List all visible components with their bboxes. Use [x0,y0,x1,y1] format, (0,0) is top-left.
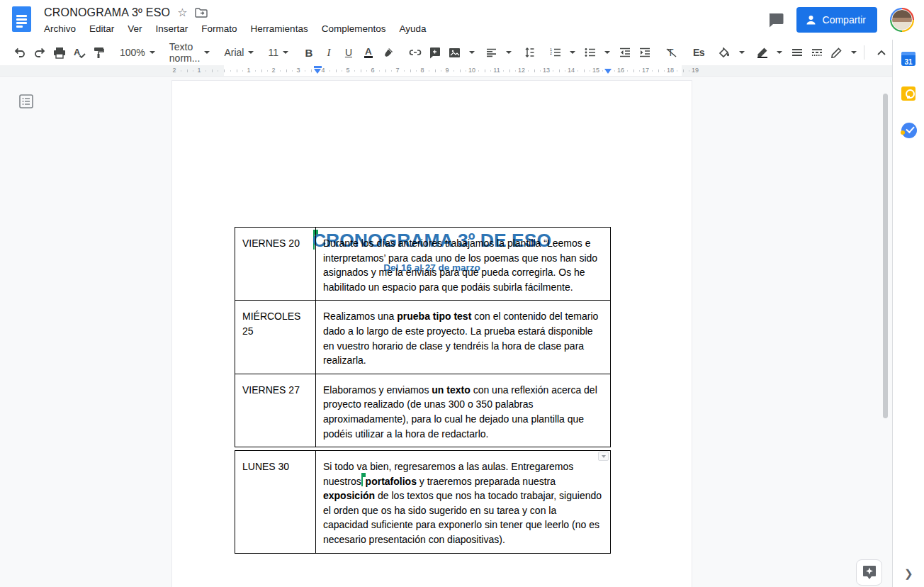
side-panel: 31 ❯ [892,40,924,587]
decrease-indent-button[interactable] [616,43,634,62]
menu-ayuda[interactable]: Ayuda [399,23,426,34]
font-size-select[interactable]: 11 [264,43,292,62]
menu-formato[interactable]: Formato [201,23,237,34]
input-tools-button[interactable]: Es [689,43,708,62]
bulleted-list-caret[interactable] [604,51,610,54]
day-cell[interactable]: VIERNES 27 [235,374,316,447]
border-color-button[interactable] [753,43,772,62]
add-comment-button[interactable] [426,43,444,62]
left-indent-marker[interactable] [314,66,322,74]
insert-image-caret[interactable] [469,51,475,54]
font-family-select[interactable]: Arial [220,43,257,62]
border-width-button[interactable] [788,43,806,62]
menu-bar: ArchivoEditarVerInsertarFormatoHerramien… [44,23,426,34]
table-row: LUNES 30Si todo va bien, regresaremos a … [235,451,611,554]
menu-complementos[interactable]: Complementos [322,23,386,34]
app-header: CRONOGRAMA 3º ESO ☆ ArchivoEditarVerInse… [0,0,924,40]
person-add-icon [805,15,817,26]
align-button[interactable] [483,43,501,62]
table-quick-menu-button[interactable] [598,452,609,461]
print-button[interactable] [50,43,69,62]
menu-archivo[interactable]: Archivo [44,23,76,34]
editing-mode-caret[interactable] [851,51,857,54]
text-color-button[interactable]: A [359,43,378,62]
vertical-scrollbar[interactable] [883,94,888,418]
description-cell[interactable]: Realizamos una prueba tipo test con el c… [316,301,611,374]
editing-mode-button[interactable] [828,43,846,62]
increase-indent-button[interactable] [636,43,654,62]
docs-logo-icon[interactable] [12,6,31,32]
schedule-table-2[interactable]: LUNES 30Si todo va bien, regresaremos a … [235,450,611,554]
highlight-color-button[interactable] [379,43,398,62]
align-caret[interactable] [506,51,512,54]
paint-format-button[interactable] [90,43,108,62]
spell-check-button[interactable]: A [70,43,89,62]
day-cell[interactable]: LUNES 30 [235,451,316,554]
share-button[interactable]: Compartir [796,7,877,33]
hide-side-panel-icon[interactable]: ❯ [904,567,913,580]
bold-button[interactable]: B [300,43,318,62]
svg-text:2: 2 [550,51,552,55]
account-avatar[interactable] [890,8,914,32]
document-title[interactable]: CRONOGRAMA 3º ESO [44,6,170,19]
keep-icon[interactable] [901,86,915,101]
border-dash-button[interactable] [808,43,826,62]
clear-formatting-button[interactable]: T [663,43,681,62]
day-cell[interactable]: VIERNES 20 [235,228,316,301]
redo-button[interactable] [30,43,49,62]
collaborator-cursor-inline [361,476,363,486]
show-outline-icon[interactable] [19,94,33,108]
fill-color-caret[interactable] [739,51,745,54]
line-spacing-button[interactable] [519,43,538,62]
zoom-select[interactable]: 100% [116,43,159,62]
horizontal-ruler: 2112345678910111213141516171819 [0,65,892,76]
tasks-icon[interactable] [901,123,917,138]
day-cell[interactable]: MIÉRCOLES 25 [235,301,316,374]
paragraph-styles-select[interactable]: Texto norm... [166,43,214,62]
description-cell[interactable]: Si todo va bien, regresaremos a las aula… [316,451,611,554]
menu-insertar[interactable]: Insertar [156,23,188,34]
underline-button[interactable]: U [339,43,358,62]
document-canvas: CRONOGRAMA 3º DE ESO Del 16 al 27 de mar… [0,76,893,587]
table-row: VIERNES 27Elaboramos y enviamos un texto… [235,374,611,447]
bulleted-list-button[interactable] [581,43,599,62]
insert-link-button[interactable] [406,43,424,62]
schedule-table-1[interactable]: VIERNES 20Durante los días anteriores tr… [235,227,611,447]
explore-button[interactable] [856,559,882,586]
description-cell[interactable]: Elaboramos y enviamos un texto con una r… [316,374,611,447]
description-cell[interactable]: Durante los días anteriores trabajamos l… [316,228,611,301]
italic-button[interactable]: I [320,43,338,62]
undo-button[interactable] [11,43,29,62]
table-row: MIÉRCOLES 25Realizamos una prueba tipo t… [235,301,611,374]
table-row: VIERNES 20Durante los días anteriores tr… [235,228,611,301]
explore-icon [862,565,877,581]
menu-ver[interactable]: Ver [128,23,142,34]
fill-color-button[interactable] [716,43,734,62]
calendar-icon[interactable]: 31 [901,52,915,66]
border-color-caret[interactable] [777,51,782,54]
move-to-folder-icon[interactable] [195,8,208,18]
numbered-list-button[interactable]: 12 [546,43,565,62]
right-indent-marker[interactable] [604,68,612,74]
menu-herramientas[interactable]: Herramientas [251,23,308,34]
collapse-toolbar-button[interactable] [872,43,891,62]
insert-image-button[interactable] [446,43,464,62]
document-page[interactable]: CRONOGRAMA 3º DE ESO Del 16 al 27 de mar… [171,80,692,587]
open-comments-icon[interactable] [768,13,784,28]
numbered-list-caret[interactable] [570,51,575,54]
star-icon[interactable]: ☆ [177,6,187,19]
toolbar: A 100% Texto norm... Arial 11 B I U A 12… [0,40,892,65]
menu-editar[interactable]: Editar [89,23,114,34]
